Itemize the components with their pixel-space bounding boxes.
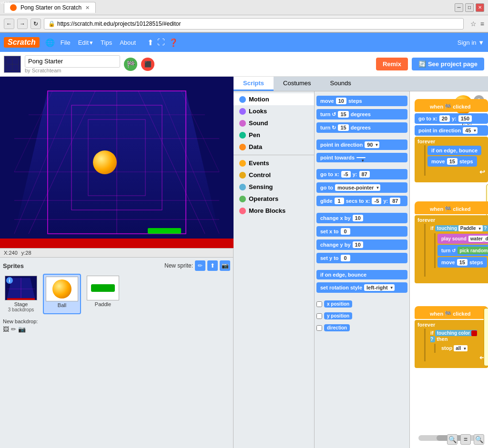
url-bar[interactable]: 🔒 https://scratch.mit.edu/projects/10128…	[44, 18, 464, 30]
category-looks[interactable]: Looks	[234, 105, 314, 117]
block-turn-right[interactable]: turn ↻ 15 degrees	[316, 122, 407, 133]
green-flag-button[interactable]: 🏁	[124, 58, 137, 71]
color-swatch[interactable]	[471, 330, 477, 336]
category-control[interactable]: Control	[234, 169, 314, 181]
refresh-button[interactable]: ↻	[30, 19, 41, 29]
block-if-on-edge[interactable]: if on edge, bounce	[316, 270, 407, 279]
sound-dropdown[interactable]: water_drop	[468, 236, 488, 242]
block-direction[interactable]: direction	[324, 324, 350, 331]
block-move-steps[interactable]: move 10 steps	[316, 96, 407, 106]
stop-all-block[interactable]: stop all	[437, 344, 485, 353]
forever-block-1[interactable]: forever if on edge, bounce move 15 steps…	[415, 137, 488, 182]
if-touching-paddle[interactable]: if touching Paddle ? then	[427, 224, 488, 233]
block-input-glide-secs[interactable]: 1	[335, 198, 344, 204]
block-input-set-x[interactable]: 0	[341, 228, 350, 235]
help-circle-icon[interactable]: ❓	[169, 38, 178, 47]
when-clicked-1[interactable]: when 🏁 clicked	[415, 99, 488, 112]
paint-backdrop-button[interactable]: 🖼	[3, 326, 9, 333]
block-input-steps[interactable]: 10	[336, 98, 346, 104]
block-dropdown-goto[interactable]: mouse-pointer	[335, 184, 380, 191]
camera-backdrop-button[interactable]: 📷	[18, 326, 26, 333]
if-on-edge-bounce[interactable]: if on edge, bounce	[427, 146, 481, 155]
browser-tab[interactable]: Pong Starter on Scratch ✕	[4, 2, 96, 13]
fullscreen-icon[interactable]: ⛶	[157, 38, 165, 47]
paddle-sprite-item[interactable]: Paddle	[85, 274, 121, 314]
block-input-goto-y[interactable]: 87	[359, 171, 370, 178]
stage-info-icon[interactable]: i	[6, 277, 13, 284]
block-goto-xy[interactable]: go to x: -5 y: 87	[316, 169, 407, 179]
block-dropdown-towards[interactable]	[356, 157, 366, 158]
block-change-y[interactable]: change y by 10	[316, 239, 407, 250]
point-direction-45[interactable]: point in direction 45	[415, 125, 488, 136]
block-set-x[interactable]: set x to 0	[316, 226, 407, 237]
block-input-set-y[interactable]: 0	[341, 255, 350, 261]
block-glide[interactable]: glide 1 secs to x: -5 y: 87	[316, 196, 407, 206]
nav-edit[interactable]: Edit ▾	[78, 39, 93, 46]
stop-button[interactable]: ⬛	[141, 58, 154, 71]
category-pen[interactable]: Pen	[234, 129, 314, 141]
upload-backdrop-button[interactable]: ✏	[11, 326, 16, 333]
turn-pick-random[interactable]: turn ↺ pick random 160 to 200 degrees	[437, 245, 488, 256]
nav-tips[interactable]: Tips	[101, 39, 112, 46]
scratch-logo[interactable]: Scratch	[4, 37, 40, 48]
remix-button[interactable]: Remix	[376, 58, 408, 70]
upload-sprite-button[interactable]: ⬆	[207, 260, 218, 271]
sign-in-button[interactable]: Sign in ▼	[458, 39, 484, 46]
move-15-steps-2[interactable]: move 15 steps	[437, 257, 487, 268]
category-data[interactable]: Data	[234, 141, 314, 153]
block-input-turn-left[interactable]: 15	[338, 111, 348, 118]
category-operators[interactable]: Operators	[234, 193, 314, 205]
zoom-out-button[interactable]: 🔍	[474, 434, 484, 445]
star-icon[interactable]: ☆	[470, 20, 477, 28]
tab-sounds[interactable]: Sounds	[321, 77, 361, 91]
category-sound[interactable]: Sound	[234, 117, 314, 129]
block-set-rotation[interactable]: set rotation style left-right	[316, 282, 407, 293]
stage-sprite-item[interactable]: i Stage 3 backdrops	[3, 274, 39, 314]
minimize-button[interactable]: ─	[455, 3, 463, 12]
block-input-glide-y[interactable]: 87	[390, 198, 400, 204]
block-turn-left[interactable]: turn ↺ 15 degrees	[316, 109, 407, 119]
nav-about[interactable]: About	[120, 39, 136, 46]
when-clicked-3[interactable]: when 🏁 clicked	[415, 306, 488, 319]
upload-icon[interactable]: ⬆	[147, 38, 153, 47]
block-input-change-x[interactable]: 10	[353, 215, 363, 221]
globe-icon[interactable]: 🌐	[45, 38, 55, 47]
block-input-change-y[interactable]: 10	[353, 241, 363, 248]
when-clicked-2[interactable]: when 🏁 clicked	[415, 201, 488, 214]
direction-checkbox[interactable]	[316, 325, 322, 331]
block-point-direction[interactable]: point in direction 90	[316, 139, 407, 150]
nav-file[interactable]: File	[61, 39, 71, 46]
back-button[interactable]: ←	[4, 19, 14, 29]
menu-icon[interactable]: ≡	[480, 20, 484, 28]
category-sensing[interactable]: Sensing	[234, 181, 314, 193]
block-input-turn-right[interactable]: 15	[338, 124, 348, 131]
stop-dropdown[interactable]: all	[454, 345, 468, 351]
if-touching-color[interactable]: if touching color ? then	[427, 329, 485, 343]
close-button[interactable]: ✕	[476, 3, 484, 12]
forever-block-2[interactable]: forever if touching Paddle ? then play s…	[415, 215, 488, 283]
play-sound-water-drop[interactable]: play sound water_drop	[437, 234, 488, 244]
category-events[interactable]: Events	[234, 157, 314, 169]
tab-close-button[interactable]: ✕	[85, 5, 90, 11]
block-y-position[interactable]: y position	[324, 312, 352, 319]
block-input-glide-x[interactable]: -5	[372, 198, 381, 204]
script-canvas[interactable]: ? x: -4 y: 87 when 🏁 clicked go to x: 20…	[410, 91, 488, 448]
tab-costumes[interactable]: Costumes	[274, 77, 321, 91]
camera-sprite-button[interactable]: 📷	[220, 260, 230, 271]
project-name-input[interactable]	[25, 55, 120, 68]
tab-scripts[interactable]: Scripts	[234, 77, 274, 91]
paddle-dropdown[interactable]: Paddle	[458, 225, 483, 231]
block-goto-mouse[interactable]: go to mouse-pointer	[316, 182, 407, 193]
move-15-steps-1[interactable]: move 15 steps	[427, 156, 477, 167]
zoom-reset-button[interactable]: =	[460, 434, 471, 445]
ball-sprite-item[interactable]: Ball	[43, 274, 81, 314]
category-motion[interactable]: Motion	[234, 93, 314, 105]
block-dropdown-rotation[interactable]: left-right	[364, 284, 395, 291]
block-set-y[interactable]: set y to 0	[316, 253, 407, 263]
see-project-button[interactable]: 🔄 See project page	[412, 58, 484, 70]
block-change-x[interactable]: change x by 10	[316, 213, 407, 223]
forward-button[interactable]: →	[17, 19, 28, 29]
block-point-towards[interactable]: point towards	[316, 153, 407, 162]
paint-sprite-button[interactable]: ✏	[195, 260, 205, 271]
maximize-button[interactable]: □	[465, 3, 474, 12]
